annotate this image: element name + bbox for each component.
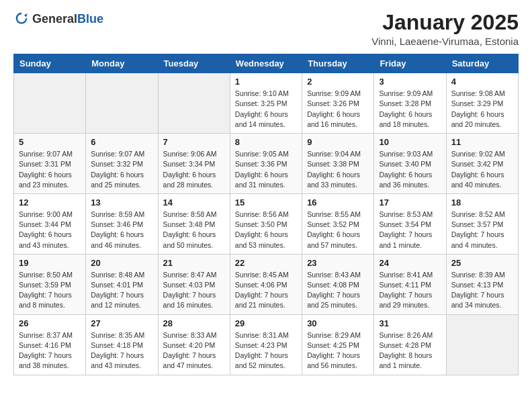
day-cell: 10Sunrise: 9:03 AM Sunset: 3:40 PM Dayli… [374, 134, 446, 194]
week-row-0: 1Sunrise: 9:10 AM Sunset: 3:25 PM Daylig… [14, 73, 519, 134]
day-number: 21 [163, 258, 225, 268]
day-info: Sunrise: 8:45 AM Sunset: 4:06 PM Dayligh… [235, 270, 297, 311]
day-cell: 27Sunrise: 8:35 AM Sunset: 4:18 PM Dayli… [86, 314, 158, 375]
day-cell: 9Sunrise: 9:04 AM Sunset: 3:38 PM Daylig… [302, 134, 374, 194]
day-cell: 3Sunrise: 9:09 AM Sunset: 3:28 PM Daylig… [374, 73, 446, 134]
day-info: Sunrise: 9:06 AM Sunset: 3:34 PM Dayligh… [163, 149, 225, 190]
day-number: 17 [379, 197, 441, 208]
day-number: 22 [235, 258, 297, 268]
day-info: Sunrise: 9:05 AM Sunset: 3:36 PM Dayligh… [235, 149, 297, 190]
day-cell: 25Sunrise: 8:39 AM Sunset: 4:13 PM Dayli… [446, 254, 518, 314]
logo-general: GeneralBlue [32, 13, 103, 26]
day-number: 9 [307, 137, 369, 147]
day-number: 16 [307, 197, 369, 208]
day-info: Sunrise: 8:47 AM Sunset: 4:03 PM Dayligh… [163, 270, 225, 311]
day-number: 27 [91, 318, 152, 328]
day-cell: 6Sunrise: 9:07 AM Sunset: 3:32 PM Daylig… [86, 134, 158, 194]
day-cell: 17Sunrise: 8:53 AM Sunset: 3:54 PM Dayli… [374, 193, 446, 254]
day-cell: 14Sunrise: 8:58 AM Sunset: 3:48 PM Dayli… [158, 193, 230, 254]
day-cell: 31Sunrise: 8:26 AM Sunset: 4:28 PM Dayli… [374, 314, 446, 375]
day-info: Sunrise: 8:37 AM Sunset: 4:16 PM Dayligh… [19, 330, 81, 371]
day-number: 14 [163, 197, 225, 208]
col-header-wednesday: Wednesday [230, 54, 302, 73]
day-number: 26 [19, 318, 81, 328]
day-info: Sunrise: 9:07 AM Sunset: 3:31 PM Dayligh… [19, 149, 81, 190]
day-info: Sunrise: 8:56 AM Sunset: 3:50 PM Dayligh… [235, 210, 297, 250]
day-cell: 24Sunrise: 8:41 AM Sunset: 4:11 PM Dayli… [374, 254, 446, 314]
day-number: 3 [379, 77, 441, 87]
day-cell: 7Sunrise: 9:06 AM Sunset: 3:34 PM Daylig… [158, 134, 230, 194]
week-row-3: 19Sunrise: 8:50 AM Sunset: 3:59 PM Dayli… [14, 254, 519, 314]
day-number: 1 [235, 77, 297, 87]
day-info: Sunrise: 8:33 AM Sunset: 4:20 PM Dayligh… [163, 330, 225, 371]
day-cell: 26Sunrise: 8:37 AM Sunset: 4:16 PM Dayli… [14, 314, 86, 375]
col-header-friday: Friday [374, 54, 446, 73]
day-info: Sunrise: 8:50 AM Sunset: 3:59 PM Dayligh… [19, 270, 81, 311]
day-cell: 18Sunrise: 8:52 AM Sunset: 3:57 PM Dayli… [446, 193, 518, 254]
header: GeneralBlue January 2025 Vinni, Laeaene-… [13, 11, 519, 47]
calendar-header: SundayMondayTuesdayWednesdayThursdayFrid… [14, 54, 519, 73]
calendar: SundayMondayTuesdayWednesdayThursdayFrid… [13, 54, 519, 375]
day-number: 19 [19, 258, 81, 268]
day-number: 7 [163, 137, 225, 147]
col-header-monday: Monday [86, 54, 158, 73]
day-info: Sunrise: 8:48 AM Sunset: 4:01 PM Dayligh… [91, 270, 152, 311]
logo: GeneralBlue [13, 11, 103, 27]
day-info: Sunrise: 8:35 AM Sunset: 4:18 PM Dayligh… [91, 330, 152, 371]
day-info: Sunrise: 8:58 AM Sunset: 3:48 PM Dayligh… [163, 210, 225, 250]
day-number: 18 [451, 197, 513, 208]
day-number: 30 [307, 318, 369, 328]
day-number: 15 [235, 197, 297, 208]
day-info: Sunrise: 9:04 AM Sunset: 3:38 PM Dayligh… [307, 149, 369, 190]
day-info: Sunrise: 9:09 AM Sunset: 3:28 PM Dayligh… [379, 89, 441, 130]
day-cell: 22Sunrise: 8:45 AM Sunset: 4:06 PM Dayli… [230, 254, 302, 314]
logo-icon [13, 11, 30, 27]
day-cell [446, 314, 518, 375]
day-cell: 30Sunrise: 8:29 AM Sunset: 4:25 PM Dayli… [302, 314, 374, 375]
week-row-2: 12Sunrise: 9:00 AM Sunset: 3:44 PM Dayli… [14, 193, 519, 254]
day-info: Sunrise: 8:55 AM Sunset: 3:52 PM Dayligh… [307, 210, 369, 250]
day-cell: 21Sunrise: 8:47 AM Sunset: 4:03 PM Dayli… [158, 254, 230, 314]
day-number: 13 [91, 197, 152, 208]
day-number: 8 [235, 137, 297, 147]
day-number: 4 [451, 77, 513, 87]
title-area: January 2025 Vinni, Laeaene-Virumaa, Est… [371, 11, 519, 47]
day-info: Sunrise: 8:52 AM Sunset: 3:57 PM Dayligh… [451, 210, 513, 250]
day-number: 6 [91, 137, 152, 147]
day-cell: 16Sunrise: 8:55 AM Sunset: 3:52 PM Dayli… [302, 193, 374, 254]
day-cell: 29Sunrise: 8:31 AM Sunset: 4:23 PM Dayli… [230, 314, 302, 375]
day-info: Sunrise: 9:03 AM Sunset: 3:40 PM Dayligh… [379, 149, 441, 190]
week-row-1: 5Sunrise: 9:07 AM Sunset: 3:31 PM Daylig… [14, 134, 519, 194]
day-cell: 28Sunrise: 8:33 AM Sunset: 4:20 PM Dayli… [158, 314, 230, 375]
day-cell: 20Sunrise: 8:48 AM Sunset: 4:01 PM Dayli… [86, 254, 158, 314]
col-header-thursday: Thursday [302, 54, 374, 73]
day-cell: 23Sunrise: 8:43 AM Sunset: 4:08 PM Dayli… [302, 254, 374, 314]
day-cell: 12Sunrise: 9:00 AM Sunset: 3:44 PM Dayli… [14, 193, 86, 254]
day-number: 12 [19, 197, 81, 208]
day-cell [158, 73, 230, 134]
day-number: 24 [379, 258, 441, 268]
col-header-tuesday: Tuesday [158, 54, 230, 73]
day-number: 23 [307, 258, 369, 268]
day-number: 5 [19, 137, 81, 147]
day-info: Sunrise: 9:07 AM Sunset: 3:32 PM Dayligh… [91, 149, 152, 190]
day-cell: 2Sunrise: 9:09 AM Sunset: 3:26 PM Daylig… [302, 73, 374, 134]
day-number: 29 [235, 318, 297, 328]
day-cell: 13Sunrise: 8:59 AM Sunset: 3:46 PM Dayli… [86, 193, 158, 254]
day-info: Sunrise: 8:43 AM Sunset: 4:08 PM Dayligh… [307, 270, 369, 311]
calendar-body: 1Sunrise: 9:10 AM Sunset: 3:25 PM Daylig… [14, 73, 519, 375]
month-title: January 2025 [371, 11, 519, 34]
week-row-4: 26Sunrise: 8:37 AM Sunset: 4:16 PM Dayli… [14, 314, 519, 375]
day-cell: 11Sunrise: 9:02 AM Sunset: 3:42 PM Dayli… [446, 134, 518, 194]
day-cell [14, 73, 86, 134]
day-info: Sunrise: 8:53 AM Sunset: 3:54 PM Dayligh… [379, 210, 441, 250]
day-info: Sunrise: 8:59 AM Sunset: 3:46 PM Dayligh… [91, 210, 152, 250]
day-cell [86, 73, 158, 134]
col-header-saturday: Saturday [446, 54, 518, 73]
day-info: Sunrise: 8:41 AM Sunset: 4:11 PM Dayligh… [379, 270, 441, 311]
day-info: Sunrise: 9:08 AM Sunset: 3:29 PM Dayligh… [451, 89, 513, 130]
day-info: Sunrise: 8:31 AM Sunset: 4:23 PM Dayligh… [235, 330, 297, 371]
day-number: 20 [91, 258, 152, 268]
day-number: 2 [307, 77, 369, 87]
day-info: Sunrise: 9:09 AM Sunset: 3:26 PM Dayligh… [307, 89, 369, 130]
